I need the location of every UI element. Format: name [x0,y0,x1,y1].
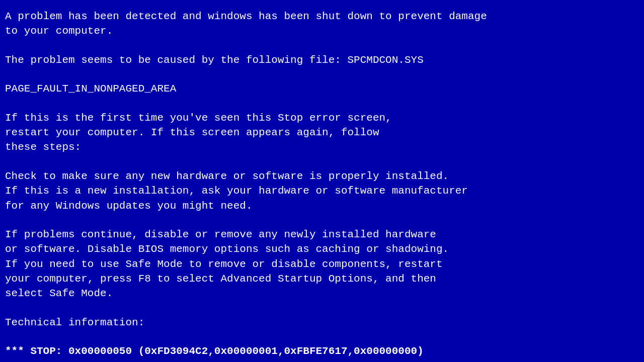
bsod-technical-info-label: Technical information: [5,315,639,330]
spacer-4 [5,155,639,169]
bsod-line-15: select Safe Mode. [5,286,639,301]
spacer-2 [5,67,639,81]
spacer-6 [5,301,639,315]
bsod-line-2: to your computer. [5,24,639,38]
bsod-line-6: restart your computer. If this screen ap… [5,125,639,140]
bsod-stop-code: *** STOP: 0x00000050 (0xFD3094C2,0x00000… [5,344,639,358]
bsod-error-name: PAGE_FAULT_IN_NONPAGED_AREA [5,81,639,96]
bsod-line-5: If this is the first time you've seen th… [5,111,639,125]
bsod-line-10: for any Windows updates you might need. [5,199,639,213]
bsod-line-12: or software. Disable BIOS memory options… [5,242,639,256]
spacer-3 [5,97,639,111]
bsod-line-8: Check to make sure any new hardware or s… [5,169,639,184]
spacer-1 [5,39,639,53]
bsod-line-13: If you need to use Safe Mode to remove o… [5,257,639,272]
spacer-7 [5,330,639,344]
bsod-line-7: these steps: [5,140,639,154]
spacer-5 [5,213,639,227]
bsod-line-14: your computer, press F8 to select Advanc… [5,272,639,286]
bsod-line-11: If problems continue, disable or remove … [5,227,639,242]
bsod-screen: A problem has been detected and windows … [5,9,639,359]
bsod-line-3: The problem seems to be caused by the fo… [5,53,639,67]
bsod-line-9: If this is a new installation, ask your … [5,184,639,198]
bsod-line-1: A problem has been detected and windows … [5,9,639,24]
